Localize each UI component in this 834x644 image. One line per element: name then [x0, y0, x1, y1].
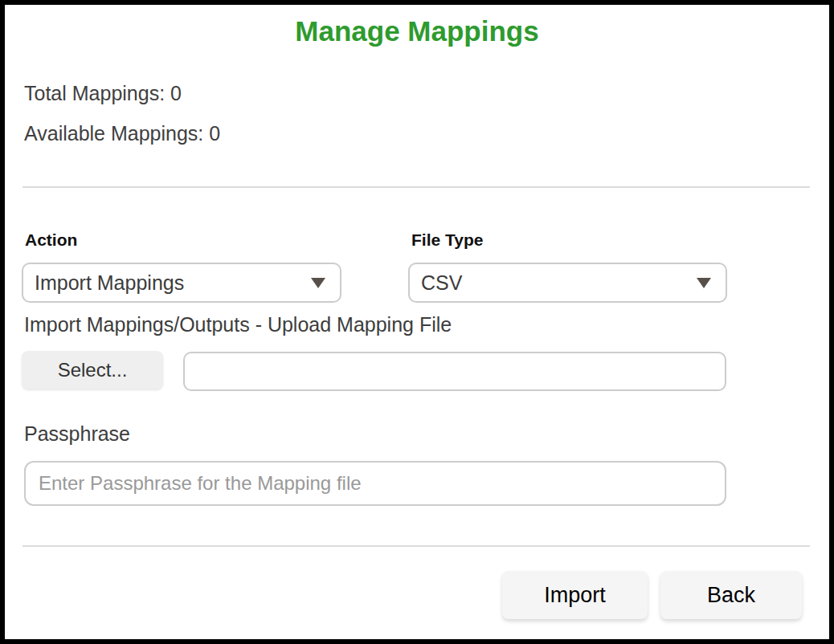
back-button[interactable]: Back: [660, 571, 802, 619]
manage-mappings-dialog: Manage Mappings Total Mappings:0 Availab…: [0, 0, 834, 644]
caret-down-icon: [697, 278, 711, 288]
select-file-button[interactable]: Select...: [22, 351, 163, 389]
total-mappings-label: Total Mappings:: [24, 82, 165, 104]
bottom-divider: [22, 545, 810, 547]
action-dropdown-selected-value: Import Mappings: [35, 271, 311, 295]
total-mappings-value: 0: [170, 82, 182, 104]
file-name-input[interactable]: [183, 352, 726, 391]
file-type-field-label: File Type: [411, 230, 483, 250]
available-mappings-label: Available Mappings:: [24, 122, 203, 145]
action-field-label: Action: [25, 230, 77, 250]
upload-mapping-file-label: Import Mappings/Outputs - Upload Mapping…: [24, 313, 452, 336]
import-button[interactable]: Import: [502, 571, 648, 619]
action-dropdown[interactable]: Import Mappings: [22, 263, 341, 303]
caret-down-icon: [311, 278, 325, 288]
page-title: Manage Mappings: [5, 15, 829, 47]
total-mappings-stat: Total Mappings:0: [24, 82, 182, 105]
top-divider: [22, 186, 810, 188]
file-type-dropdown-selected-value: CSV: [421, 271, 697, 295]
file-type-dropdown[interactable]: CSV: [408, 263, 727, 303]
passphrase-input[interactable]: [24, 461, 726, 506]
available-mappings-stat: Available Mappings:0: [24, 122, 220, 145]
available-mappings-value: 0: [209, 122, 220, 145]
passphrase-field-label: Passphrase: [24, 422, 130, 446]
